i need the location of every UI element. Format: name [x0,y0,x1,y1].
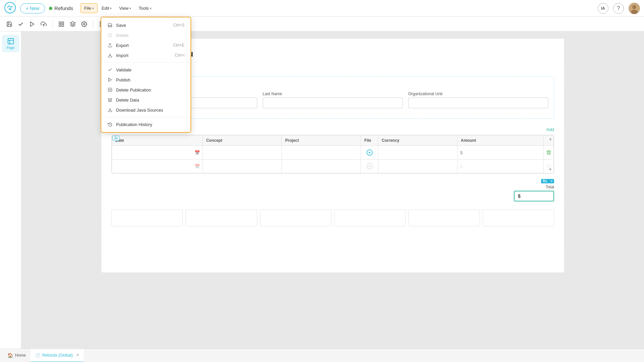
total-currency-symbol: $ [518,193,521,199]
menu-item-save[interactable]: Save Ctrl+S [101,20,191,30]
home-tab-label: Home [15,353,26,358]
rx-badge-container: Rx ✕ [541,179,554,183]
menu-tools[interactable]: Tools ▾ [135,4,155,13]
new-button[interactable]: + New [20,3,45,13]
topbar: + New Refunds File ▾ Edit ▾ View ▾ Tools… [0,0,644,17]
calendar-icon-2[interactable]: 📅 [195,164,200,169]
menu-edit[interactable]: Edit ▾ [98,4,115,13]
bottom-cell-6 [483,209,554,226]
total-input[interactable] [521,193,551,199]
component-button[interactable] [56,19,67,29]
bottom-cell-4 [334,209,406,226]
ia-badge[interactable]: IA [598,3,608,14]
project-input-2[interactable] [283,162,359,171]
menu-item-delete-data[interactable]: Delete Data [101,95,191,105]
scroll-down-arrow[interactable]: ▼ [548,167,552,172]
date-input-1[interactable] [115,148,193,157]
delete-label: Delete [116,33,129,38]
chevron-down-icon: ▾ [150,7,152,10]
concept-cell-1 [203,146,282,160]
amount-cell-1: $ [457,146,543,160]
download-java-label: Download Java Sources [116,108,163,113]
orgunit-input[interactable] [408,98,548,108]
project-cell-1 [282,146,361,160]
col-amount: Amount [457,135,543,146]
svg-rect-9 [62,24,64,26]
svg-marker-11 [70,21,75,24]
svg-rect-8 [62,22,64,23]
publish-icon [107,77,113,82]
save-button[interactable] [4,19,15,29]
layers-button[interactable] [67,19,78,29]
publication-history-label: Publication History [116,122,152,127]
menu-item-download-java[interactable]: Download Java Sources [101,105,191,115]
lastname-input[interactable] [263,98,403,108]
tab-close-button[interactable]: ✕ [76,353,79,357]
separator-2 [101,117,191,117]
bottom-grid [111,209,554,226]
table-header: Date Concept Project File Currency Amoun… [112,135,554,146]
upload-button[interactable] [38,19,49,29]
toolbar-divider-2 [93,20,93,28]
import-shortcut: Ctrl+I [175,53,184,58]
menu-item-export[interactable]: Export Ctrl+E [101,40,191,50]
file-cell-1 [361,146,378,160]
col-file: File [361,135,378,146]
svg-rect-7 [59,22,61,23]
file-upload-2[interactable] [362,162,377,171]
import-icon [107,53,113,58]
project-input-1[interactable] [283,148,359,157]
menu-view[interactable]: View ▾ [116,4,135,13]
file-upload-1[interactable] [362,148,377,157]
bottom-cell-5 [408,209,480,226]
calendar-icon-1[interactable]: 📅 [195,150,200,155]
settings-button[interactable] [79,19,90,29]
date-cell-2: 📅 [112,160,203,173]
svg-rect-22 [8,39,13,44]
app-logo [4,2,16,15]
toolbar-divider-1 [52,20,53,28]
currency-input-1[interactable] [380,148,456,157]
publish-label: Publish [116,77,130,82]
sidebar-item-page[interactable]: Page [2,35,19,52]
menu-item-import[interactable]: Import Ctrl+I [101,50,191,60]
amount-input-2[interactable] [463,162,541,171]
validate-icon [107,67,113,72]
col-currency: Currency [378,135,458,146]
bottom-cell-3 [260,209,331,226]
delete-data-label: Delete Data [116,98,139,103]
currency-symbol-2: $ [460,164,463,169]
menu-item-delete-publication[interactable]: Delete Publication [101,85,191,95]
concept-input-2[interactable] [204,162,280,171]
svg-point-1 [9,8,11,10]
col-project: Project [282,135,361,146]
history-icon [107,122,113,127]
chevron-down-icon: ▾ [110,7,112,10]
scroll-up-arrow[interactable]: ▲ [548,136,552,141]
table-row: 📅 [112,160,554,173]
tab-refunds[interactable]: 📄 Refunds (Global) ✕ [31,349,84,362]
svg-point-12 [84,23,85,25]
validate-label: Validate [116,67,131,72]
menu-item-publish[interactable]: Publish [101,75,191,85]
help-button[interactable]: ? [613,3,624,14]
menu-item-publication-history[interactable]: Publication History [101,119,191,129]
check-button[interactable] [15,19,26,29]
toolbar-middle [56,19,90,29]
add-button[interactable]: Add [546,127,554,132]
rx-close-button[interactable]: ✕ [549,179,554,183]
menu-file[interactable]: File ▾ [80,3,98,13]
user-avatar[interactable] [629,3,640,14]
save-icon [107,22,113,28]
home-icon: 🏠 [7,353,13,358]
menu-item-validate[interactable]: Validate [101,65,191,75]
currency-input-2[interactable] [380,162,456,171]
date-input-2[interactable] [115,162,193,171]
concept-input-1[interactable] [204,148,280,157]
export-shortcut: Ctrl+E [173,43,184,48]
play-button[interactable] [27,19,38,29]
save-label: Save [116,23,126,28]
tab-home[interactable]: 🏠 Home [3,349,31,362]
amount-input-1[interactable] [463,148,541,157]
file-cell-2 [361,160,378,173]
